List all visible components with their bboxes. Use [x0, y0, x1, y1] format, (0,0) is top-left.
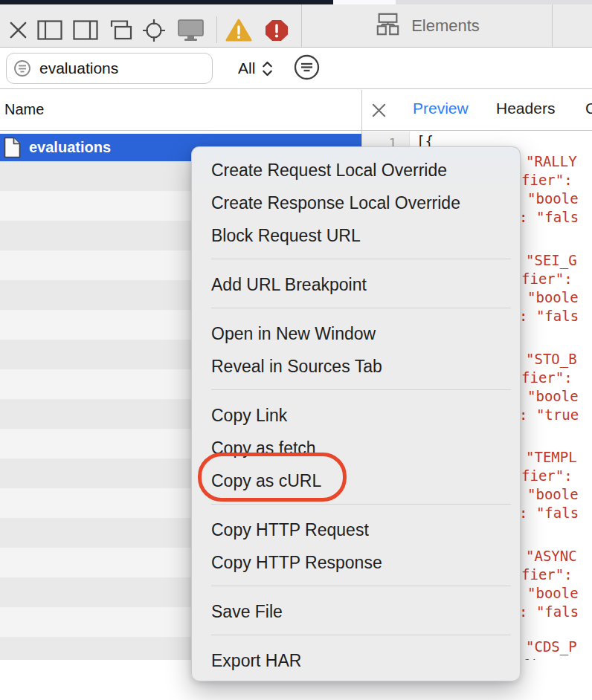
node-tree-icon: [374, 13, 402, 39]
document-icon: [4, 137, 21, 158]
tab-elements[interactable]: Elements: [302, 4, 552, 47]
json-fragment-group: "STO_Bfier":"boole: "true: [519, 350, 579, 424]
json-line: "TEMPL: [519, 448, 579, 467]
tab-preview[interactable]: Preview: [413, 100, 469, 117]
error-icon[interactable]: [265, 19, 289, 45]
context-menu-items: Create Request Local OverrideCreate Resp…: [192, 154, 520, 677]
close-panel-icon[interactable]: [370, 101, 388, 123]
menu-item-copy-link[interactable]: Copy Link: [192, 399, 520, 432]
json-line: "boole: [519, 189, 579, 208]
json-line: "ASYNC: [519, 547, 579, 565]
json-line: : "fals: [519, 307, 579, 325]
menu-item-open-in-new-window[interactable]: Open in New Window: [192, 317, 520, 350]
menu-separator: [211, 504, 511, 505]
display-icon[interactable]: [177, 19, 205, 45]
json-line: "boole: [519, 387, 579, 406]
json-line: fier":: [519, 369, 579, 387]
stepper-icon: [261, 60, 274, 77]
json-line: fier":: [519, 171, 579, 189]
filter-icon: [13, 59, 31, 77]
menu-separator: [211, 308, 511, 308]
table-row-label: evaluations: [29, 139, 111, 156]
json-line: "boole: [519, 584, 579, 603]
menu-separator: [211, 259, 511, 259]
close-inspector-icon[interactable]: [7, 19, 30, 45]
toolbar-divider: [216, 16, 217, 43]
json-fragment-group: "SEI_Gfier":"boole: "fals: [519, 251, 579, 325]
warning-icon[interactable]: [225, 19, 252, 45]
json-line: fier":: [519, 467, 579, 485]
json-fragment-group: "RALLYfier":"boole: "fals: [519, 152, 579, 227]
json-line: "CDS_P: [519, 638, 577, 656]
scope-select[interactable]: All: [238, 55, 274, 82]
json-fragment-group: "TEMPLfier":"boole: "fals: [519, 448, 579, 522]
toggle-right-sidebar-icon[interactable]: [73, 20, 98, 43]
inspector-toolbar: Elements: [0, 4, 592, 48]
filter-input-value: evaluations: [39, 59, 118, 77]
json-line: : "fals: [519, 603, 579, 621]
filter-options-button[interactable]: [294, 54, 320, 83]
toggle-left-sidebar-icon[interactable]: [37, 20, 62, 43]
menu-item-copy-http-response[interactable]: Copy HTTP Response: [192, 546, 520, 579]
header-band: Name Preview Headers C: [0, 90, 592, 131]
json-line: : "fals: [519, 208, 579, 227]
menu-item-save-file[interactable]: Save File: [192, 595, 520, 628]
tab-cookies[interactable]: C: [585, 100, 592, 117]
filter-circle-icon: [294, 54, 320, 80]
menu-separator: [211, 635, 511, 635]
json-fragment-group: "ASYNCfier":"boole: "fals: [519, 547, 579, 621]
json-line: fier":: [519, 270, 579, 288]
json-line: "STO_B: [519, 350, 579, 369]
json-line: "SEI_G: [519, 251, 579, 270]
json-line: "RALLY: [519, 152, 579, 171]
column-header-name[interactable]: Name: [4, 101, 44, 118]
menu-item-copy-as-fetch[interactable]: Copy as fetch: [192, 432, 520, 464]
menu-item-create-request-local-override[interactable]: Create Request Local Override: [192, 154, 520, 187]
menu-item-create-response-local-override[interactable]: Create Response Local Override: [192, 187, 520, 219]
menu-item-export-har[interactable]: Export HAR: [192, 644, 520, 677]
json-line: "boole: [519, 288, 579, 307]
resource-filter-input[interactable]: evaluations: [6, 53, 213, 84]
elements-tab-label: Elements: [411, 16, 480, 36]
menu-separator: [211, 389, 511, 390]
json-line: fier":: [519, 565, 579, 584]
menu-item-add-url-breakpoint[interactable]: Add URL Breakpoint: [192, 268, 520, 301]
menu-separator: [211, 586, 511, 586]
tab-headers[interactable]: Headers: [496, 100, 555, 117]
context-menu: Create Request Local OverrideCreate Resp…: [191, 146, 521, 681]
json-line: : "true: [519, 406, 579, 424]
windows-cascade-icon[interactable]: [106, 19, 134, 44]
scope-select-value: All: [238, 59, 255, 77]
menu-item-copy-http-request[interactable]: Copy HTTP Request: [192, 513, 520, 546]
web-inspector-window: Elements evaluations All Name Preview He…: [0, 0, 592, 700]
json-line: "boole: [519, 485, 579, 504]
element-picker-icon[interactable]: [141, 19, 167, 45]
filter-bar: evaluations All: [0, 48, 592, 89]
json-line: : "fals: [519, 504, 579, 522]
menu-item-block-request-url[interactable]: Block Request URL: [192, 219, 520, 252]
menu-item-copy-as-curl[interactable]: Copy as cURL: [192, 464, 520, 497]
menu-item-reveal-in-sources-tab[interactable]: Reveal in Sources Tab: [192, 350, 520, 383]
toolbar-divider: [552, 4, 553, 47]
